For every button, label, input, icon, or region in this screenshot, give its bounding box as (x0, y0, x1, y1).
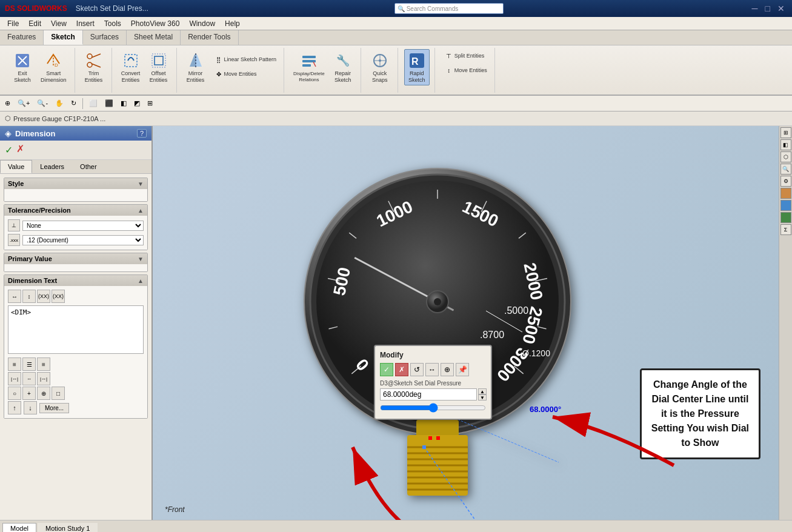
menu-edit[interactable]: Edit (24, 18, 46, 29)
dim-xx-icon[interactable]: (XX) (37, 290, 50, 303)
rp-color1[interactable] (780, 188, 791, 199)
dim-text-area[interactable]: <DIM> (8, 305, 144, 354)
precision-select[interactable]: .12 (Document).1.123 (22, 235, 144, 245)
smart-dimension-button[interactable]: D SmartDimension (38, 49, 70, 85)
style-section-header[interactable]: Style ▼ (4, 178, 147, 189)
dim-text-header[interactable]: Dimension Text ▲ (4, 275, 147, 286)
qt-zoom-fit[interactable]: ⊕ (2, 98, 13, 108)
spacing-2[interactable]: ↔ (22, 372, 36, 385)
primary-value-header[interactable]: Primary Value ▼ (4, 253, 147, 264)
qt-view2[interactable]: ⬛ (102, 98, 116, 108)
tab-surfaces[interactable]: Surfaces (83, 30, 127, 45)
repair-sketch-button[interactable]: 🔧 RepairSketch (330, 49, 356, 85)
rp-settings[interactable]: ⚙ (780, 176, 791, 187)
dim-xx2-icon[interactable]: (XX) (52, 290, 65, 303)
dim-vert-icon[interactable]: ↕ (22, 290, 36, 303)
sym-plus[interactable]: + (22, 387, 36, 400)
right-panel: ⊞ ◧ ⬡ 🔍 ⚙ Σ (779, 126, 792, 520)
rp-view2[interactable]: ◧ (780, 139, 791, 150)
align-right[interactable]: ≡ (37, 357, 50, 371)
tab-sketch[interactable]: Sketch (44, 30, 82, 45)
tab-motion-study[interactable]: Motion Study 1 (38, 523, 98, 532)
qt-rotate[interactable]: ↻ (68, 98, 79, 108)
align-left[interactable]: ≡ (8, 357, 21, 371)
menu-window[interactable]: Window (184, 18, 220, 29)
rp-color2[interactable] (780, 200, 791, 211)
spacing-1[interactable]: |↔| (8, 372, 21, 385)
rp-view1[interactable]: ⊞ (780, 127, 791, 138)
rp-zoom[interactable]: 🔍 (780, 164, 791, 175)
close-button[interactable]: ✕ (775, 4, 787, 13)
menu-file[interactable]: File (2, 18, 24, 29)
tab-model[interactable]: Model (2, 523, 36, 532)
spacing-3[interactable]: |↔| (37, 372, 50, 385)
maximize-button[interactable]: □ (763, 4, 773, 13)
modify-cancel-button[interactable]: ✗ (395, 363, 408, 376)
dim-text-body: ↔ ↕ (XX) (XX) <DIM> ≡ ☰ ≡ |↔| (4, 286, 147, 418)
modify-ok-button[interactable]: ✓ (380, 363, 393, 376)
modify-slider[interactable] (380, 403, 486, 413)
ribbon-btns-split: ⊤ Split Entities ↕ Move Entities (441, 49, 490, 77)
align-center[interactable]: ☰ (22, 357, 36, 371)
confirm-button[interactable]: ✓ (4, 143, 14, 157)
modify-value-input[interactable] (380, 388, 477, 401)
move-entities-button[interactable]: ✥ Move Entities (211, 68, 279, 81)
offset-entities-button[interactable]: OffsetEntities (146, 49, 171, 85)
rp-color3[interactable] (780, 212, 791, 223)
menu-help[interactable]: Help (220, 18, 245, 29)
minimize-button[interactable]: ─ (750, 4, 760, 13)
sym-square[interactable]: □ (52, 387, 65, 400)
arrow-down[interactable]: ↓ (24, 401, 37, 414)
sym-target[interactable]: ⊕ (37, 387, 50, 400)
viewport[interactable]: 0 500 1000 1500 2000 2500 3000 .5000 .87… (153, 126, 779, 520)
menu-view[interactable]: View (46, 18, 72, 29)
spin-down[interactable]: ▼ (478, 394, 487, 401)
exit-sketch-button[interactable]: ExitSketch (10, 49, 35, 85)
tab-render-tools[interactable]: Render Tools (181, 30, 239, 45)
qt-wireframe[interactable]: ⊞ (145, 98, 155, 108)
tolerance-chevron: ▲ (138, 207, 144, 214)
tab-sheet-metal[interactable]: Sheet Metal (127, 30, 181, 45)
quick-snaps-button[interactable]: QuickSnaps (367, 49, 393, 85)
tab-other[interactable]: Other (72, 160, 105, 173)
menu-photoview[interactable]: PhotoView 360 (126, 18, 185, 29)
ribbon-btns-relations: Display/DeleteRelations 🔧 RepairSketch (290, 49, 356, 85)
search-box[interactable]: 🔍 Search Commands (394, 3, 504, 14)
arrow-up[interactable]: ↑ (8, 401, 21, 414)
help-icon[interactable]: ? (137, 129, 147, 138)
rp-sigma[interactable]: Σ (780, 224, 791, 235)
tab-leaders[interactable]: Leaders (32, 160, 72, 173)
linear-sketch-button[interactable]: ⣿ Linear Sketch Pattern (211, 53, 279, 67)
mirror-entities-button[interactable]: MirrorEntities (183, 49, 208, 85)
menu-tools[interactable]: Tools (99, 18, 126, 29)
move-entities2-button[interactable]: ↕ Move Entities (441, 64, 490, 77)
sym-circle[interactable]: ○ (8, 387, 21, 400)
qt-view1[interactable]: ⬜ (87, 98, 100, 108)
qt-view3[interactable]: ◧ (118, 98, 129, 108)
trim-entities-button[interactable]: TrimEntities (81, 49, 107, 85)
tab-value[interactable]: Value (0, 160, 32, 173)
tab-features[interactable]: Features (0, 30, 44, 45)
tolerance-type-select[interactable]: NoneBasicBilateral (22, 221, 144, 231)
menu-insert[interactable]: Insert (72, 18, 99, 29)
modify-restore-button[interactable]: ↺ (410, 363, 424, 376)
qt-view4[interactable]: ◩ (131, 98, 142, 108)
split-entities-button[interactable]: ⊤ Split Entities (441, 49, 490, 62)
tolerance-header[interactable]: Tolerance/Precision ▲ (4, 205, 147, 216)
cancel-x-icon[interactable]: ✗ (16, 143, 24, 157)
rapid-sketch-button[interactable]: R RapidSketch (404, 49, 430, 85)
convert-entities-button[interactable]: ConvertEntities (118, 49, 144, 85)
more-button[interactable]: More... (39, 403, 69, 413)
qt-zoom-in[interactable]: 🔍+ (15, 98, 32, 108)
display-delete-button[interactable]: Display/DeleteRelations (290, 50, 328, 84)
qt-pan[interactable]: ✋ (53, 98, 66, 108)
svg-text:R: R (411, 56, 419, 67)
rp-3d[interactable]: ⬡ (780, 151, 791, 162)
modify-mark-button[interactable]: ⊕ (441, 363, 454, 376)
qt-zoom-out[interactable]: 🔍- (35, 98, 50, 108)
quick-snaps-label: QuickSnaps (372, 70, 388, 84)
spin-up[interactable]: ▲ (478, 388, 487, 394)
modify-flip-button[interactable]: ↔ (425, 363, 439, 376)
modify-pin-button[interactable]: 📌 (456, 363, 469, 376)
dim-horiz-icon[interactable]: ↔ (8, 290, 21, 303)
